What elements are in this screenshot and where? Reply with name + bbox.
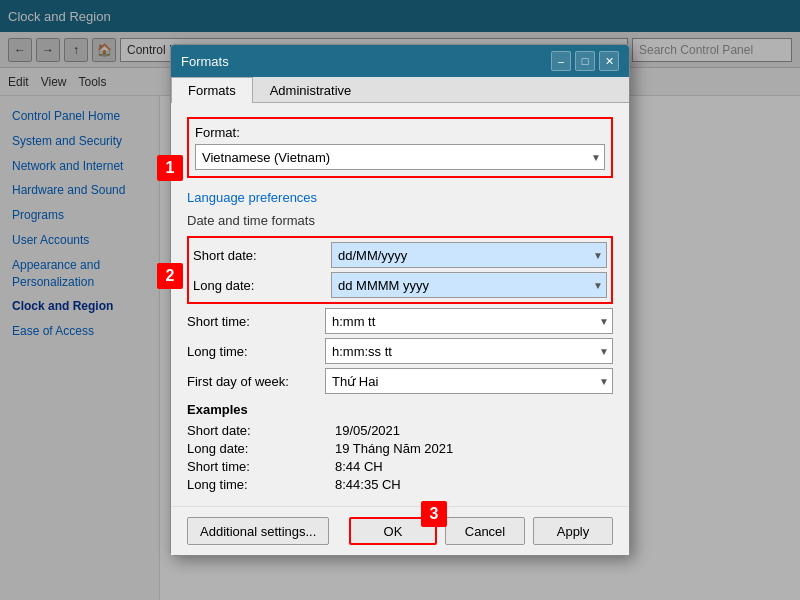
long-time-select[interactable]: h:mm:ss tt — [325, 338, 613, 364]
short-date-select-wrapper: dd/MM/yyyy ▼ — [331, 242, 607, 268]
ex-short-time-label: Short time: — [187, 459, 327, 474]
long-date-row: Long date: dd MMMM yyyy ▼ — [193, 272, 607, 298]
short-time-select[interactable]: h:mm tt — [325, 308, 613, 334]
short-time-row: Short time: h:mm tt ▼ — [187, 308, 613, 334]
ex-short-time-value: 8:44 CH — [335, 459, 613, 474]
format-select-wrapper: Vietnamese (Vietnam) ▼ — [195, 144, 605, 170]
close-button[interactable]: ✕ — [599, 51, 619, 71]
date-time-section-title: Date and time formats — [187, 213, 613, 228]
ex-short-date-label: Short date: — [187, 423, 327, 438]
dialog-content: 1 Format: Vietnamese (Vietnam) ▼ Languag… — [171, 103, 629, 506]
dt-first-two: Short date: dd/MM/yyyy ▼ Long date: — [187, 236, 613, 304]
dialog-footer: Additional settings... OK Cancel Apply 3 — [171, 506, 629, 555]
format-select[interactable]: Vietnamese (Vietnam) — [195, 144, 605, 170]
additional-settings-button[interactable]: Additional settings... — [187, 517, 329, 545]
badge-3: 3 — [421, 501, 447, 527]
examples-grid: Short date: 19/05/2021 Long date: 19 Thá… — [187, 423, 613, 492]
short-time-label: Short time: — [187, 314, 317, 329]
badge-2: 2 — [157, 263, 183, 289]
long-time-select-wrapper: h:mm:ss tt ▼ — [325, 338, 613, 364]
dt-fields-container: Short date: dd/MM/yyyy ▼ Long date: — [187, 236, 613, 394]
badge-1: 1 — [157, 155, 183, 181]
ex-long-time-value: 8:44:35 CH — [335, 477, 613, 492]
dialog-overlay: Formats – □ ✕ Formats Administrative 1 F… — [0, 0, 800, 600]
dialog-title: Formats — [181, 54, 229, 69]
first-day-select-wrapper: Thứ Hai ▼ — [325, 368, 613, 394]
long-time-row: Long time: h:mm:ss tt ▼ — [187, 338, 613, 364]
tab-administrative[interactable]: Administrative — [253, 77, 369, 103]
format-label: Format: — [195, 125, 605, 140]
short-date-label: Short date: — [193, 248, 323, 263]
ex-long-date-value: 19 Tháng Năm 2021 — [335, 441, 613, 456]
short-date-select[interactable]: dd/MM/yyyy — [331, 242, 607, 268]
examples-title: Examples — [187, 402, 613, 417]
tab-formats[interactable]: Formats — [171, 77, 253, 103]
first-day-row: First day of week: Thứ Hai ▼ — [187, 368, 613, 394]
examples-section: Examples Short date: 19/05/2021 Long dat… — [187, 402, 613, 492]
dialog-tabs: Formats Administrative — [171, 77, 629, 103]
cancel-button[interactable]: Cancel — [445, 517, 525, 545]
short-date-row: Short date: dd/MM/yyyy ▼ — [193, 242, 607, 268]
maximize-button[interactable]: □ — [575, 51, 595, 71]
long-date-label: Long date: — [193, 278, 323, 293]
ex-long-date-label: Long date: — [187, 441, 327, 456]
language-preferences-link[interactable]: Language preferences — [187, 190, 317, 205]
long-date-select-wrapper: dd MMMM yyyy ▼ — [331, 272, 607, 298]
dialog-titlebar: Formats – □ ✕ — [171, 45, 629, 77]
first-day-select[interactable]: Thứ Hai — [325, 368, 613, 394]
footer-left: Additional settings... — [187, 517, 349, 545]
short-time-select-wrapper: h:mm tt ▼ — [325, 308, 613, 334]
apply-button[interactable]: Apply — [533, 517, 613, 545]
first-day-label: First day of week: — [187, 374, 317, 389]
long-date-select[interactable]: dd MMMM yyyy — [331, 272, 607, 298]
minimize-button[interactable]: – — [551, 51, 571, 71]
long-time-label: Long time: — [187, 344, 317, 359]
footer-right: OK Cancel Apply — [349, 517, 613, 545]
format-section: Format: Vietnamese (Vietnam) ▼ — [187, 117, 613, 178]
ex-short-date-value: 19/05/2021 — [335, 423, 613, 438]
titlebar-buttons: – □ ✕ — [551, 51, 619, 71]
region-dialog: Formats – □ ✕ Formats Administrative 1 F… — [170, 44, 630, 556]
ex-long-time-label: Long time: — [187, 477, 327, 492]
